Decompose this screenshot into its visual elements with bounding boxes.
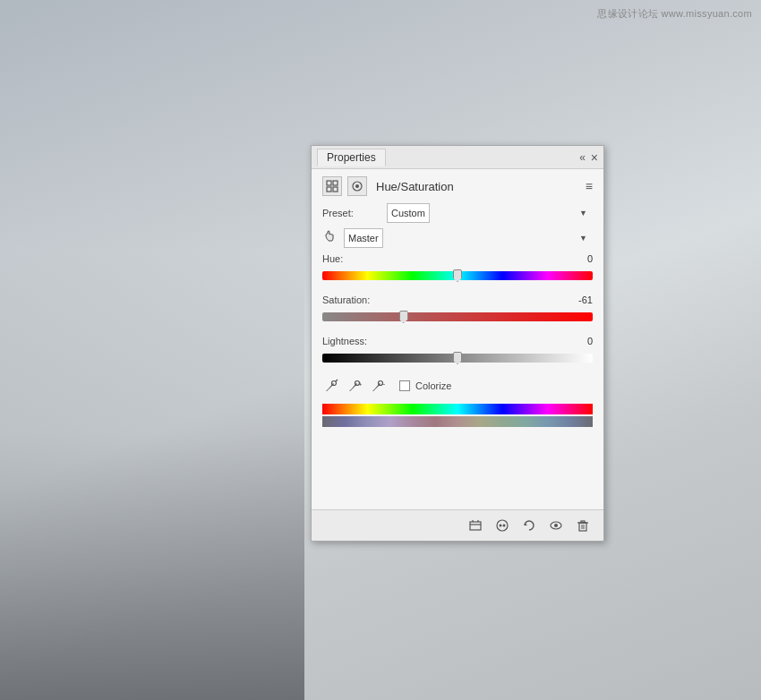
color-bar-bottom: [322, 416, 593, 427]
preset-label: Preset:: [322, 208, 387, 218]
adjustment-icon-2[interactable]: [347, 176, 367, 196]
channel-row: Master ▼: [322, 228, 593, 248]
svg-point-16: [497, 520, 508, 531]
panel-title-bar: Properties « ×: [312, 146, 603, 169]
lightness-value: 0: [566, 336, 593, 346]
adjustment-icon-1[interactable]: [322, 176, 342, 196]
color-bars: [322, 404, 593, 427]
svg-rect-24: [581, 521, 585, 523]
properties-tab[interactable]: Properties: [317, 149, 386, 166]
hue-track: [322, 271, 593, 280]
delete-button[interactable]: [573, 516, 593, 535]
hue-slider-header: Hue: 0: [322, 253, 593, 264]
svg-rect-12: [470, 522, 481, 530]
svg-point-5: [355, 184, 359, 188]
eyedropper-add-tool[interactable]: +: [346, 377, 363, 395]
hue-slider-container[interactable]: [322, 266, 593, 286]
saturation-slider-header: Saturation: -61: [322, 295, 593, 305]
svg-point-21: [554, 524, 558, 527]
properties-panel: Properties « × H: [311, 145, 604, 542]
svg-rect-22: [579, 523, 586, 531]
hue-label: Hue:: [322, 253, 343, 264]
reset-button[interactable]: [519, 516, 539, 535]
clip-to-layer-button[interactable]: [466, 516, 485, 535]
svg-rect-3: [333, 187, 338, 192]
close-icon[interactable]: ×: [591, 150, 598, 165]
preset-dropdown[interactable]: Custom: [387, 203, 430, 223]
eyedropper-tool[interactable]: [322, 377, 340, 395]
channel-dropdown-arrow: ▼: [579, 234, 587, 243]
svg-point-18: [503, 525, 506, 527]
color-bar-top: [322, 404, 593, 414]
channel-dropdown-wrapper: Master ▼: [344, 228, 593, 248]
hue-thumb[interactable]: [453, 269, 462, 282]
svg-line-7: [336, 380, 338, 381]
icon-header-row: Hue/Saturation ≡: [322, 176, 593, 196]
panel-menu-icon[interactable]: ≡: [586, 179, 593, 193]
svg-text:−: −: [381, 380, 385, 388]
saturation-slider-row: Saturation: -61: [322, 295, 593, 327]
preset-dropdown-arrow: ▼: [579, 209, 587, 218]
colorize-checkbox[interactable]: [399, 380, 410, 391]
city-background: [0, 252, 304, 700]
colorize-row: Colorize: [399, 380, 451, 391]
watermark: 思缘设计论坛 www.missyuan.com: [597, 7, 752, 21]
saturation-thumb[interactable]: [399, 311, 408, 323]
svg-point-17: [500, 525, 502, 527]
svg-rect-0: [327, 181, 331, 185]
panel-body: Hue/Saturation ≡ Preset: Custom ▼: [312, 169, 603, 509]
panel-title: Hue/Saturation: [376, 180, 454, 193]
channel-dropdown[interactable]: Master: [344, 228, 383, 248]
lightness-slider-header: Lightness: 0: [322, 336, 593, 346]
panel-title-left: Properties: [317, 149, 386, 166]
lightness-track: [322, 354, 593, 363]
svg-point-6: [332, 381, 337, 386]
svg-text:+: +: [358, 380, 362, 388]
hand-tool-icon[interactable]: [322, 228, 344, 248]
saturation-label: Saturation:: [322, 295, 370, 305]
visibility-button[interactable]: [546, 516, 566, 535]
saturation-track: [322, 312, 593, 321]
preset-dropdown-wrapper: Custom ▼: [387, 203, 593, 223]
view-previous-button[interactable]: [492, 516, 512, 535]
collapse-icon[interactable]: «: [579, 151, 586, 164]
svg-rect-2: [327, 187, 331, 192]
lightness-label: Lightness:: [322, 336, 367, 346]
tools-row: + − Colorize: [322, 377, 593, 395]
bottom-toolbar: [312, 509, 603, 541]
panel-empty-space: [322, 431, 593, 502]
saturation-value: -61: [566, 295, 593, 305]
svg-rect-1: [333, 181, 338, 185]
panel-controls: « ×: [579, 150, 598, 165]
lightness-thumb[interactable]: [453, 352, 462, 364]
saturation-slider-container[interactable]: [322, 307, 593, 327]
hue-value: 0: [566, 253, 593, 264]
lightness-slider-row: Lightness: 0: [322, 336, 593, 368]
preset-row: Preset: Custom ▼: [322, 203, 593, 223]
hue-slider-row: Hue: 0: [322, 253, 593, 286]
lightness-slider-container[interactable]: [322, 348, 593, 368]
colorize-label: Colorize: [415, 380, 451, 391]
eyedropper-subtract-tool[interactable]: −: [369, 377, 387, 395]
